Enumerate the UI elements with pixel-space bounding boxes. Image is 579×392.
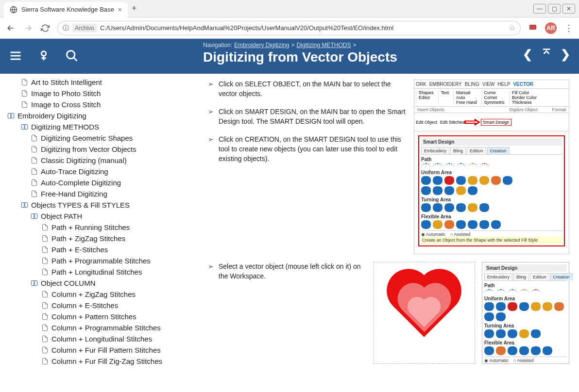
file-icon <box>20 79 28 86</box>
file-icon <box>41 257 49 265</box>
file-icon <box>30 168 38 176</box>
new-tab-button[interactable]: + <box>132 3 137 14</box>
book-icon <box>30 279 38 287</box>
sidebar-item[interactable]: Path + ZigZag Stitches <box>0 233 198 244</box>
sidebar-item[interactable]: Path + Programmable Stitches <box>0 255 198 266</box>
book-icon <box>7 112 15 120</box>
browser-menu-button[interactable]: ⋮ <box>564 23 573 33</box>
svg-point-5 <box>41 51 46 55</box>
sidebar-item-label: Auto-Trace Digitizing <box>41 167 108 176</box>
sidebar-item-label: Column + Pattern Stitches <box>51 312 136 321</box>
svg-point-6 <box>67 50 75 58</box>
breadcrumb: Navigation: Embroidery Digitizing > Digi… <box>203 42 570 49</box>
search-icon[interactable] <box>65 49 79 64</box>
index-icon[interactable] <box>37 49 51 64</box>
sidebar-item[interactable]: Path + E-Stitches <box>0 244 198 255</box>
book-icon <box>20 123 28 131</box>
file-icon <box>41 268 49 276</box>
extension-icon[interactable] <box>528 23 537 33</box>
file-icon <box>41 313 49 321</box>
breadcrumb-label: Navigation: <box>203 42 232 49</box>
info-icon: ⓘ <box>63 24 69 33</box>
sidebar-item[interactable]: Image to Photo Stitch <box>0 88 198 99</box>
sidebar-item-label: Objects TYPES & Fill STYLES <box>31 201 130 209</box>
smart-design-panel-small: Smart Design Embroidery Bling Edition Cr… <box>482 262 569 364</box>
sidebar-item[interactable]: Auto-Trace Digitizing <box>0 166 198 177</box>
sidebar-item-label: Image to Photo Stitch <box>31 89 101 98</box>
sidebar-item[interactable]: Digitizing METHODS <box>0 121 198 132</box>
file-icon <box>20 101 28 109</box>
file-icon <box>41 324 49 332</box>
sidebar-item[interactable]: Path + Longitudinal Stitches <box>0 266 198 278</box>
sidebar-item-label: Column + E-Stitches <box>51 301 118 310</box>
file-icon <box>30 134 38 142</box>
sidebar-item[interactable]: Column + Pattern Stitches <box>0 311 198 322</box>
close-icon[interactable]: × <box>118 6 122 14</box>
file-icon <box>41 358 49 365</box>
browser-titlebar: Sierra Software Knowledge Base × + — ▢ ✕ <box>0 0 579 17</box>
file-icon <box>30 190 38 198</box>
sidebar-item[interactable]: Image to Cross Stitch <box>0 99 198 110</box>
sidebar-item[interactable]: Object PATH <box>0 211 198 222</box>
page-title: Digitizing from Vector Objects <box>203 49 570 65</box>
sidebar-item[interactable]: Embroidery Digitizing <box>0 110 198 121</box>
sidebar-item-label: Column + Programmable Stitches <box>51 324 161 332</box>
minimize-button[interactable]: — <box>533 4 546 14</box>
svg-rect-1 <box>529 25 536 30</box>
file-icon <box>41 335 49 343</box>
sidebar-item[interactable]: Column + Programmable Stitches <box>0 322 198 333</box>
back-button[interactable] <box>6 23 16 33</box>
url-source-label: Archivo <box>72 24 97 33</box>
url-bar[interactable]: ⓘ Archivo C:/Users/Admin/Documents/HelpA… <box>57 21 521 35</box>
breadcrumb-link-0[interactable]: Embroidery Digitizing <box>234 42 289 49</box>
sidebar-item[interactable]: Column + Fur Fill Pattern Stitches <box>0 344 198 356</box>
workspace-screenshot <box>373 262 475 364</box>
sidebar-item-label: Path + Longitudinal Stitches <box>51 268 142 276</box>
sidebar-item[interactable]: Objects TYPES & Fill STYLES <box>0 199 198 211</box>
close-window-button[interactable]: ✕ <box>562 4 575 14</box>
sidebar-item[interactable]: Digitizing from Vector Objects <box>0 144 198 155</box>
sidebar-item[interactable]: Column + Fur Fill Zig-Zag Stitches <box>0 356 198 367</box>
sidebar[interactable]: Art to Stitch IntelligentImage to Photo … <box>0 74 198 392</box>
reload-button[interactable] <box>41 24 50 33</box>
instruction-list: Click on SELECT OBJECT, on the MAIN bar … <box>208 80 407 163</box>
sidebar-item[interactable]: Art to Stitch Intelligent <box>0 77 198 88</box>
sidebar-item[interactable]: Digitizing Geometric Shapes <box>0 132 198 144</box>
file-icon <box>41 346 49 354</box>
up-page-button[interactable] <box>541 47 552 61</box>
sidebar-item[interactable]: Path + Running Stitches <box>0 222 198 233</box>
sidebar-item-label: Column + Fur Fill Zig-Zag Stitches <box>51 357 162 365</box>
sidebar-item[interactable]: Column + Longitudinal Stitches <box>0 333 198 344</box>
file-icon <box>41 246 49 254</box>
file-icon <box>30 146 38 153</box>
profile-avatar[interactable]: AR <box>545 22 557 34</box>
content-scrollbar[interactable] <box>571 74 579 392</box>
instruction-item: Click on CREATION, on the SMART DESIGN t… <box>208 135 407 163</box>
sidebar-item[interactable]: Free-Hand Digitizing <box>0 188 198 199</box>
maximize-button[interactable]: ▢ <box>548 4 561 14</box>
bookmark-icon[interactable]: ☆ <box>509 23 515 33</box>
sidebar-item-label: Auto-Complete Digitizing <box>41 179 121 187</box>
sidebar-item-label: Art to Stitch Intelligent <box>31 78 102 86</box>
sidebar-item-label: Path + Programmable Stitches <box>51 257 151 265</box>
next-page-button[interactable]: ❯ <box>561 48 570 61</box>
sidebar-item[interactable]: Column + E-Stitches <box>0 300 198 311</box>
sidebar-item-label: Digitizing METHODS <box>31 123 99 131</box>
app-header: Navigation: Embroidery Digitizing > Digi… <box>0 39 579 74</box>
file-icon <box>41 291 49 298</box>
sidebar-item-label: Object PATH <box>41 212 82 220</box>
sidebar-item[interactable]: Object COLUMN <box>0 278 198 289</box>
book-icon <box>30 212 38 220</box>
browser-tab[interactable]: Sierra Software Knowledge Base × <box>4 2 128 17</box>
globe-icon <box>10 6 17 14</box>
file-icon <box>41 302 49 310</box>
sidebar-item[interactable]: Classic Digitizing (manual) <box>0 155 198 166</box>
forward-button[interactable] <box>23 23 33 33</box>
sidebar-item[interactable]: Column + ZigZag Stitches <box>0 289 198 300</box>
sidebar-item-label: Path + E-Stitches <box>51 245 108 254</box>
sidebar-item[interactable]: Auto-Complete Digitizing <box>0 177 198 188</box>
prev-page-button[interactable]: ❮ <box>523 48 532 61</box>
sidebar-item-label: Image to Cross Stitch <box>31 100 101 109</box>
toc-icon[interactable] <box>9 49 22 64</box>
breadcrumb-link-1[interactable]: Digitizing METHODS <box>296 42 351 49</box>
